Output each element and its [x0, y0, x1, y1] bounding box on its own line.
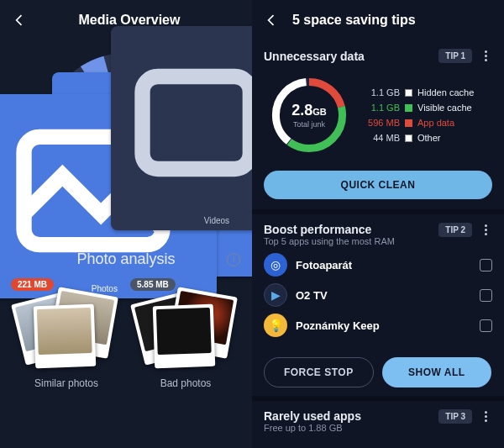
legend-row: 1.1 GB Visible cache: [365, 103, 492, 113]
card-caption: Bad photos: [160, 377, 212, 389]
card-caption: Similar photos: [34, 377, 98, 389]
videos-bubble[interactable]: 8 Videos: [111, 26, 252, 230]
media-donut-chart: 14% Used by media 3.87 GB 5 Audio 274 Ph…: [34, 44, 218, 229]
overflow-menu-icon[interactable]: [479, 409, 492, 423]
overflow-menu-icon[interactable]: [479, 223, 492, 236]
total-junk-label: Total junk: [293, 120, 325, 129]
topbar-right: 5 space saving tips: [252, 0, 504, 40]
space-saving-screen: 5 space saving tips Unnecessary data TIP…: [252, 0, 504, 448]
overflow-menu-icon[interactable]: [479, 50, 492, 63]
size-badge: 5.85 MB: [130, 278, 176, 291]
tip3-subtitle: Free up to 1.88 GB: [264, 423, 361, 433]
legend-row: 596 MB App data: [365, 118, 492, 128]
tip2-chip: TIP 2: [438, 223, 472, 237]
checkbox[interactable]: [480, 319, 492, 332]
app-row[interactable]: ▶ O2 TV: [264, 283, 492, 307]
bad-photos-card[interactable]: 5.85 MB Bad photos: [134, 282, 238, 389]
legend-row: 1.1 GB Hidden cache: [365, 87, 492, 98]
back-icon[interactable]: [262, 11, 281, 29]
app-row[interactable]: ◎ Fotoaparát: [264, 253, 492, 277]
video-icon: [119, 30, 252, 215]
tip2-title: Boost performance: [264, 223, 395, 236]
bulb-icon: 💡: [264, 314, 287, 337]
info-icon[interactable]: i: [227, 253, 240, 266]
app-name-label: O2 TV: [296, 289, 471, 302]
size-badge: 221 MB: [11, 278, 54, 291]
quick-clean-button[interactable]: QUICK CLEAN: [264, 171, 492, 199]
junk-legend: 1.1 GB Hidden cache 1.1 GB Visible cache…: [365, 87, 492, 143]
tip3-section: Rarely used apps Free up to 1.88 GB TIP …: [252, 401, 504, 438]
tip2-subtitle: Top 5 apps using the most RAM: [264, 236, 395, 246]
legend-row: 44 MB Other: [365, 133, 492, 143]
checkbox[interactable]: [480, 259, 492, 271]
checkbox[interactable]: [480, 289, 492, 302]
media-overview-screen: Media Overview 14% Used by media 3.87 GB…: [0, 0, 252, 448]
page-title-right: 5 space saving tips: [292, 13, 494, 28]
app-row[interactable]: 💡 Poznámky Keep: [264, 314, 492, 337]
tip3-chip: TIP 3: [438, 409, 472, 424]
tip1-chip: TIP 1: [438, 49, 472, 63]
similar-photos-card[interactable]: 221 MB Similar photos: [14, 282, 118, 389]
tip3-title: Rarely used apps: [264, 409, 361, 423]
tip1-title: Unnecessary data: [264, 50, 365, 63]
camera-icon: ◎: [264, 253, 287, 277]
app-name-label: Fotoaparát: [296, 259, 471, 271]
tip1-section: Unnecessary data TIP 1 2.8GB Total junk: [252, 40, 504, 209]
app-name-label: Poznámky Keep: [296, 319, 471, 332]
force-stop-button[interactable]: FORCE STOP: [264, 357, 374, 387]
junk-donut-chart: 2.8GB Total junk: [264, 70, 354, 161]
total-junk-value: 2.8GB: [291, 102, 327, 119]
app-list: ◎ Fotoaparát ▶ O2 TV 💡 Poznámky Keep: [264, 253, 492, 337]
tip2-section: Boost performance Top 5 apps using the m…: [252, 214, 504, 396]
svg-rect-4: [143, 76, 250, 169]
show-all-button[interactable]: SHOW ALL: [382, 357, 492, 387]
play-icon: ▶: [264, 283, 287, 307]
photo-analysis-header: Photo analysis i: [0, 250, 252, 268]
